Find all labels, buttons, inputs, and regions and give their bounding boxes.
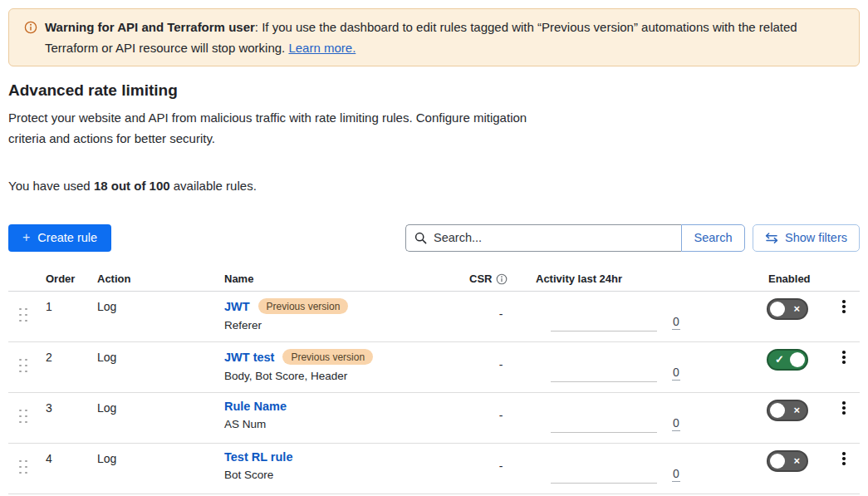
toggle-knob (790, 352, 805, 367)
name-cell: JWT test Previous version Body, Bot Scor… (218, 342, 468, 393)
activity-count-link[interactable]: 0 (672, 366, 680, 381)
enabled-cell: ✓ × (750, 444, 826, 494)
name-cell: Rule Name AS Num (218, 393, 468, 444)
show-filters-button[interactable]: Show filters (753, 224, 860, 252)
table-body: 1 Log JWT Previous version Referer - 0 ✓… (8, 292, 860, 494)
rule-order: 4 (40, 444, 91, 494)
header-order: Order (40, 273, 91, 285)
rule-csr-value: - (468, 444, 534, 494)
previous-version-badge: Previous version (258, 298, 349, 314)
table-row: 2 Log JWT test Previous version Body, Bo… (8, 342, 860, 393)
kebab-menu-icon[interactable] (838, 451, 850, 466)
toggle-knob (770, 302, 785, 317)
enabled-toggle[interactable]: ✓ × (767, 450, 808, 472)
rule-order: 3 (40, 393, 91, 444)
table-row: 1 Log JWT Previous version Referer - 0 ✓… (8, 292, 860, 342)
rule-name-link[interactable]: JWT test (224, 351, 274, 364)
header-enabled: Enabled (750, 273, 826, 285)
create-rule-label: Create rule (37, 231, 97, 244)
warning-info-icon (24, 21, 37, 37)
kebab-menu-icon[interactable] (838, 350, 850, 365)
plus-icon: + (22, 231, 30, 244)
rule-csr-value: - (468, 292, 534, 342)
rule-action: Log (91, 444, 218, 494)
activity-sparkline (551, 381, 657, 382)
header-actions-spacer (826, 273, 860, 285)
table-row: 3 Log Rule Name AS Num - 0 ✓ × (8, 393, 860, 444)
enabled-toggle[interactable]: ✓ × (767, 400, 808, 421)
table-header-row: Order Action Name CSR Activity last 24hr… (8, 273, 860, 292)
activity-count-link[interactable]: 0 (672, 315, 680, 330)
kebab-menu-icon[interactable] (838, 400, 850, 415)
kebab-cell (826, 292, 860, 342)
header-name: Name (218, 273, 468, 285)
drag-handle-icon[interactable] (19, 308, 27, 322)
page-description: Protect your website and API from malici… (8, 107, 527, 149)
page-title: Advanced rate limiting (8, 81, 860, 100)
toggle-knob (770, 454, 785, 469)
kebab-cell (826, 393, 860, 444)
x-icon: × (793, 405, 800, 415)
search-box (405, 224, 681, 252)
search-button[interactable]: Search (681, 224, 745, 252)
search-icon (414, 232, 427, 244)
rule-name-link[interactable]: Rule Name (224, 400, 287, 413)
drag-handle-icon[interactable] (19, 359, 27, 373)
handle-cell (8, 393, 40, 444)
rule-action: Log (91, 342, 218, 393)
rules-table: Order Action Name CSR Activity last 24hr… (8, 273, 860, 494)
rule-csr-value: - (468, 342, 534, 393)
learn-more-link[interactable]: Learn more. (288, 41, 356, 55)
name-cell: JWT Previous version Referer (218, 292, 468, 342)
toolbar: + Create rule Search Show filters (8, 223, 860, 252)
warning-text: Warning for API and Terraform user: If y… (45, 17, 844, 58)
search-area: Search Show filters (405, 224, 860, 252)
header-csr-label: CSR (469, 273, 492, 285)
activity-sparkline (551, 432, 657, 433)
filters-swap-icon (765, 233, 778, 243)
activity-cell: 0 (534, 393, 750, 444)
rule-order: 1 (40, 292, 91, 342)
rule-criteria: AS Num (224, 418, 468, 430)
header-spacer (8, 273, 40, 285)
kebab-cell (826, 444, 860, 494)
usage-count: 18 out of 100 (94, 179, 170, 193)
activity-count-link[interactable]: 0 (672, 467, 680, 482)
handle-cell (8, 444, 40, 494)
kebab-menu-icon[interactable] (838, 299, 850, 314)
search-input[interactable] (434, 231, 673, 244)
rule-name-link[interactable]: Test RL rule (224, 450, 292, 464)
activity-sparkline (551, 331, 657, 331)
enabled-cell: ✓ × (750, 342, 826, 393)
check-icon: ✓ (775, 354, 784, 365)
previous-version-badge: Previous version (282, 349, 373, 365)
table-row: 4 Log Test RL rule Bot Score - 0 ✓ × (8, 444, 860, 494)
rule-criteria: Body, Bot Score, Header (224, 370, 468, 382)
x-icon: × (793, 303, 800, 314)
activity-cell: 0 (534, 292, 750, 342)
warning-banner: Warning for API and Terraform user: If y… (8, 8, 860, 66)
drag-handle-icon[interactable] (19, 460, 27, 474)
x-icon: × (793, 455, 800, 466)
drag-handle-icon[interactable] (19, 410, 27, 424)
handle-cell (8, 342, 40, 393)
show-filters-label: Show filters (785, 231, 847, 244)
enabled-cell: ✓ × (750, 393, 826, 444)
activity-count-link[interactable]: 0 (672, 416, 680, 431)
usage-summary: You have used 18 out of 100 available ru… (8, 179, 860, 193)
activity-cell: 0 (534, 444, 750, 494)
enabled-toggle[interactable]: ✓ × (767, 349, 808, 371)
rule-criteria: Referer (224, 319, 468, 331)
activity-cell: 0 (534, 342, 750, 393)
rule-name-link[interactable]: JWT (224, 300, 250, 313)
rule-csr-value: - (468, 393, 534, 444)
enabled-toggle[interactable]: ✓ × (767, 298, 808, 320)
header-action: Action (91, 273, 218, 285)
activity-sparkline (551, 483, 657, 484)
rule-order: 2 (40, 342, 91, 393)
create-rule-button[interactable]: + Create rule (8, 224, 111, 252)
name-cell: Test RL rule Bot Score (218, 444, 468, 494)
warning-title: Warning for API and Terraform user (45, 20, 255, 34)
csr-info-icon[interactable] (496, 273, 508, 285)
rule-action: Log (91, 292, 218, 342)
